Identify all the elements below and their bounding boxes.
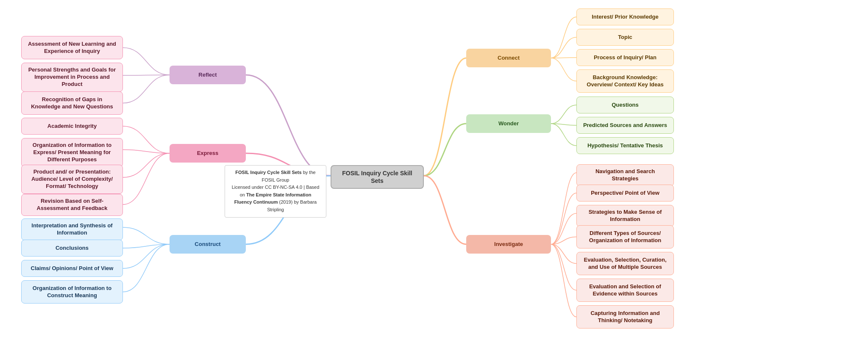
node-ll3: Recognition of Gaps in Knowledge and New… [21, 91, 123, 115]
node-rl3: Process of Inquiry/ Plan [576, 49, 674, 66]
node-rl14: Capturing Information and Thinking/ Note… [576, 305, 674, 329]
node-ll7: Revision Based on Self-Assessment and Fe… [21, 194, 123, 216]
node-rl9: Perspective/ Point of View [576, 185, 674, 202]
node-ll2: Personal Strengths and Goals for Improve… [21, 63, 123, 92]
node-wonder: Wonder [466, 114, 551, 133]
node-ll5: Organization of Information to Express/ … [21, 138, 123, 167]
node-connect: Connect [466, 49, 551, 67]
node-rl8: Navigation and Search Strategies [576, 164, 674, 186]
node-rl6: Predicted Sources and Answers [576, 117, 674, 134]
node-rl11: Different Types of Sources/ Organization… [576, 225, 674, 249]
node-ll11: Organization of Information to Construct… [21, 280, 123, 304]
node-ll6: Product and/ or Presentation: Audience/ … [21, 165, 123, 194]
node-rl13: Evaluation and Selection of Evidence wit… [576, 279, 674, 302]
credit-box: FOSIL Inquiry Cycle Skill Sets by the FO… [225, 165, 326, 218]
node-rl1: Interest/ Prior Knowledge [576, 8, 674, 25]
node-ll9: Conclusions [21, 240, 123, 257]
node-reflect: Reflect [170, 66, 246, 84]
node-ll10: Claims/ Opinions/ Point of View [21, 260, 123, 277]
node-rl4: Background Knowledge: Overview/ Context/… [576, 69, 674, 93]
node-investigate: Investigate [466, 235, 551, 254]
node-rl12: Evaluation, Selection, Curation, and Use… [576, 252, 674, 275]
node-rl2: Topic [576, 29, 674, 46]
node-construct: Construct [170, 235, 246, 254]
node-rl10: Strategies to Make Sense of Information [576, 205, 674, 227]
node-ll1: Assessment of New Learning and Experienc… [21, 36, 123, 59]
node-ll4: Academic Integrity [21, 118, 123, 135]
node-rl5: Questions [576, 97, 674, 113]
node-express: Express [170, 144, 246, 163]
node-ll8: Interpretation and Synthesis of Informat… [21, 218, 123, 240]
node-rl7: Hypothesis/ Tentative Thesis [576, 137, 674, 154]
center-node: FOSIL Inquiry Cycle Skill Sets [331, 165, 424, 189]
